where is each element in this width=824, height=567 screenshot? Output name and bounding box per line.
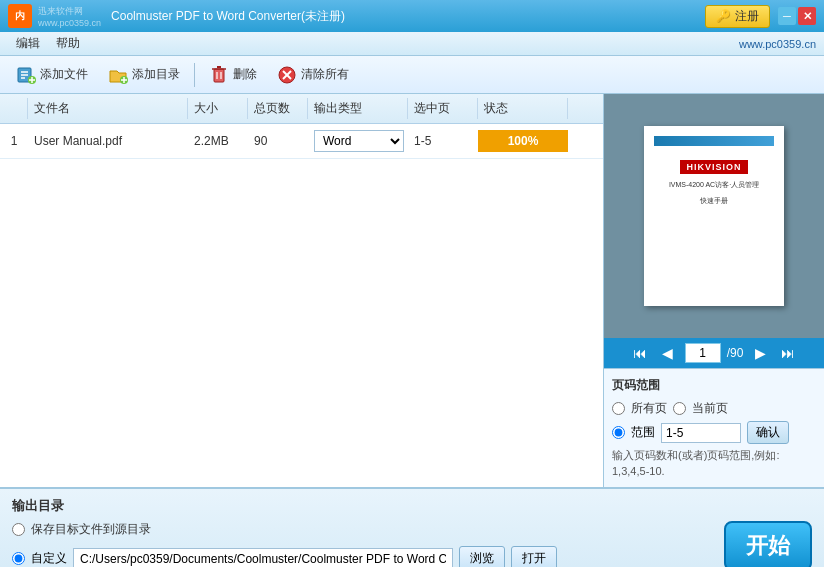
app-logo: 内: [8, 4, 32, 28]
row-num: 1: [0, 128, 28, 154]
preview-sub-text: 快速手册: [700, 196, 728, 206]
register-button[interactable]: 🔑 注册: [705, 5, 770, 28]
toolbar-separator-1: [194, 63, 195, 87]
all-pages-row: 所有页 当前页: [612, 400, 816, 417]
prev-page-button[interactable]: ◀: [657, 342, 679, 364]
menu-edit[interactable]: 编辑: [8, 33, 48, 54]
start-button[interactable]: 开始: [724, 521, 812, 567]
preview-panel: HIKVISION IVMS-4200 AC访客·人员管理 快速手册 ⏮ ◀ /…: [604, 94, 824, 487]
next-page-button[interactable]: ▶: [749, 342, 771, 364]
preview-page: HIKVISION IVMS-4200 AC访客·人员管理 快速手册: [644, 126, 784, 306]
menu-watermark: www.pc0359.cn: [739, 38, 816, 50]
bottom-area: 输出目录 保存目标文件到源目录 自定义 浏览 打开 开始: [0, 487, 824, 567]
header-selpage: 选中页: [408, 98, 478, 119]
header-size: 大小: [188, 98, 248, 119]
table-header: 文件名 大小 总页数 输出类型 选中页 状态: [0, 94, 603, 124]
key-icon: 🔑: [716, 9, 731, 23]
header-status: 状态: [478, 98, 568, 119]
svg-rect-10: [214, 69, 224, 82]
type-select[interactable]: Word Excel PPT: [314, 130, 404, 152]
output-dir-title: 输出目录: [12, 497, 812, 515]
confirm-button[interactable]: 确认: [747, 421, 789, 444]
range-radio[interactable]: [612, 426, 625, 439]
current-page-radio[interactable]: [673, 402, 686, 415]
watermark-url: www.pc0359.cn: [38, 18, 101, 28]
clear-all-button[interactable]: 清除所有: [269, 62, 357, 88]
clear-all-icon: [277, 65, 297, 85]
preview-model-text: IVMS-4200 AC访客·人员管理: [669, 180, 759, 190]
preview-header-bar: [654, 136, 774, 146]
add-folder-icon: [108, 65, 128, 85]
menu-help[interactable]: 帮助: [48, 33, 88, 54]
row-filename: User Manual.pdf: [28, 128, 188, 154]
output-path-row: 自定义 浏览 打开: [12, 546, 724, 567]
header-pages: 总页数: [248, 98, 308, 119]
watermark-text: 迅来软件网: [38, 5, 83, 18]
add-file-icon: [16, 65, 36, 85]
file-panel: 文件名 大小 总页数 输出类型 选中页 状态 1 User Manual.pdf…: [0, 94, 604, 487]
main-layout: 文件名 大小 总页数 输出类型 选中页 状态 1 User Manual.pdf…: [0, 94, 824, 487]
close-button[interactable]: ✕: [798, 7, 816, 25]
first-page-button[interactable]: ⏮: [629, 342, 651, 364]
current-page-label[interactable]: 当前页: [692, 400, 728, 417]
custom-dir-radio[interactable]: [12, 552, 25, 565]
range-hint: 输入页码数和(或者)页码范围,例如: 1,3,4,5-10.: [612, 448, 816, 479]
range-input[interactable]: [661, 423, 741, 443]
row-status: 100%: [478, 130, 568, 152]
bottom-left: 保存目标文件到源目录 自定义 浏览 打开: [12, 521, 724, 567]
table-row[interactable]: 1 User Manual.pdf 2.2MB 90 Word Excel PP…: [0, 124, 603, 159]
menu-bar: 编辑 帮助 www.pc0359.cn: [0, 32, 824, 56]
bottom-row: 保存目标文件到源目录 自定义 浏览 打开 开始: [12, 521, 812, 567]
output-options: 保存目标文件到源目录: [12, 521, 724, 542]
page-range-title: 页码范围: [612, 377, 816, 394]
row-size: 2.2MB: [188, 128, 248, 154]
row-type[interactable]: Word Excel PPT: [308, 124, 408, 158]
minimize-button[interactable]: ─: [778, 7, 796, 25]
title-bar: 内 迅来软件网 www.pc0359.cn Coolmuster PDF to …: [0, 0, 824, 32]
custom-dir-label[interactable]: 自定义: [31, 550, 67, 567]
add-folder-button[interactable]: 添加目录: [100, 62, 188, 88]
page-navigation: ⏮ ◀ /90 ▶ ⏭: [604, 338, 824, 368]
row-pages: 90: [248, 128, 308, 154]
hikvision-logo: HIKVISION: [680, 160, 747, 174]
delete-button[interactable]: 删除: [201, 62, 265, 88]
app-title: Coolmuster PDF to Word Converter(未注册): [111, 8, 705, 25]
path-input[interactable]: [73, 548, 453, 568]
range-label[interactable]: 范围: [631, 424, 655, 441]
preview-area: HIKVISION IVMS-4200 AC访客·人员管理 快速手册: [604, 94, 824, 338]
header-num: [0, 98, 28, 119]
page-range-section: 页码范围 所有页 当前页 范围 确认 输入页码数和(或者)页码范围,例如: 1,…: [604, 368, 824, 487]
last-page-button[interactable]: ⏭: [777, 342, 799, 364]
save-source-row: 保存目标文件到源目录: [12, 521, 151, 538]
page-input[interactable]: [685, 343, 721, 363]
browse-button[interactable]: 浏览: [459, 546, 505, 567]
header-type: 输出类型: [308, 98, 408, 119]
row-selpage: 1-5: [408, 128, 478, 154]
save-source-label[interactable]: 保存目标文件到源目录: [31, 521, 151, 538]
all-pages-label[interactable]: 所有页: [631, 400, 667, 417]
open-button[interactable]: 打开: [511, 546, 557, 567]
save-source-radio[interactable]: [12, 523, 25, 536]
add-file-button[interactable]: 添加文件: [8, 62, 96, 88]
page-total: /90: [727, 346, 744, 360]
range-input-row: 范围 确认: [612, 421, 816, 444]
delete-icon: [209, 65, 229, 85]
header-name: 文件名: [28, 98, 188, 119]
all-pages-radio[interactable]: [612, 402, 625, 415]
toolbar: 添加文件 添加目录 删除: [0, 56, 824, 94]
